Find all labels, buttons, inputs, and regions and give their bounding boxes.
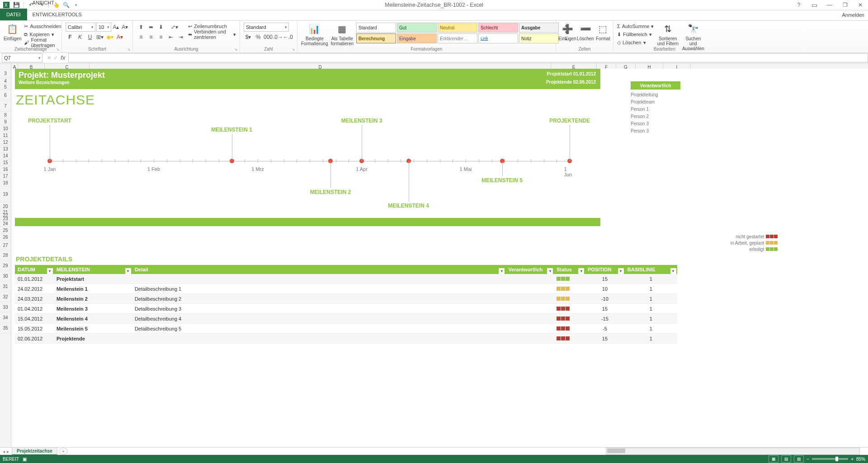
delete-cells-button[interactable]: ➖Löschen (578, 23, 593, 41)
currency-icon[interactable]: $▾ (244, 33, 253, 42)
table-header-cell[interactable]: BASISLINIE▾ (625, 267, 677, 272)
align-top-icon[interactable]: ⬆ (137, 23, 146, 32)
zoom-in-icon[interactable]: + (851, 457, 854, 462)
sort-filter-button[interactable]: ⇅Sortieren und Filtern (656, 23, 679, 46)
table-row[interactable]: 24.03.2012Meilenstein 2Detailbeschreibun… (15, 294, 677, 304)
row-header-5[interactable]: 5 (0, 84, 11, 90)
align-center-icon[interactable]: ≡ (146, 33, 156, 42)
font-name-dropdown[interactable]: Calibri (66, 23, 95, 32)
cut-button[interactable]: ✂Ausschneiden (24, 23, 61, 30)
row-header-28[interactable]: 28 (0, 250, 11, 260)
cell-style-schlecht[interactable]: Schlecht (478, 23, 518, 33)
fill-color-button[interactable]: ◉▾ (105, 33, 114, 42)
close-icon[interactable]: ✕ (854, 1, 866, 9)
row-header-34[interactable]: 34 (0, 312, 11, 323)
worksheet[interactable]: 3456789101112131415161718192021222324252… (0, 69, 868, 448)
autosum-button[interactable]: ΣAutoSumme▾ (617, 23, 654, 30)
row-header-17[interactable]: 17 (0, 173, 11, 180)
indent-inc-icon[interactable]: ⇥ (176, 33, 185, 42)
clear-button[interactable]: ◇Löschen▾ (617, 39, 654, 46)
filter-icon[interactable]: ▾ (618, 268, 624, 274)
bold-button[interactable]: F (66, 33, 75, 42)
alignment-launcher-icon[interactable]: ↘ (234, 47, 238, 52)
conditional-format-button[interactable]: 📊Bedingte Formatierung (301, 23, 328, 46)
row-header-12[interactable]: 12 (0, 139, 11, 146)
sign-in-link[interactable]: Anmelden (842, 12, 864, 18)
scrollbar-thumb[interactable] (607, 449, 625, 453)
table-row[interactable]: 02.06.2012Projektende151 (15, 334, 677, 344)
formula-input[interactable] (68, 53, 868, 62)
table-row[interactable]: 01.01.2012Projektstart151 (15, 274, 677, 284)
fill-button[interactable]: ⬇Füllbereich▾ (617, 31, 654, 38)
row-header-8[interactable]: 8 (0, 112, 11, 118)
help-icon[interactable]: ? (793, 1, 805, 9)
row-header-29[interactable]: 29 (0, 260, 11, 271)
view-break-icon[interactable]: ▧ (794, 455, 804, 463)
view-layout-icon[interactable]: ▤ (781, 455, 791, 463)
zoom-value[interactable]: 85% (856, 457, 865, 462)
row-header-9[interactable]: 9 (0, 118, 11, 125)
cell-style-std[interactable]: Standard (356, 23, 396, 33)
number-format-dropdown[interactable]: Standard (244, 23, 289, 32)
row-header-6[interactable]: 6 (0, 90, 11, 100)
tab-ansicht[interactable]: ANSICHT (27, 0, 87, 9)
row-header-35[interactable]: 35 (0, 323, 11, 333)
tab-nav-last-icon[interactable]: ▸ (7, 449, 9, 454)
cell-style-neutral[interactable]: Neutral (438, 23, 477, 33)
cell-style-ber[interactable]: Berechnung (356, 33, 396, 43)
percent-icon[interactable]: % (254, 33, 263, 42)
clipboard-launcher-icon[interactable]: ↘ (56, 47, 60, 52)
number-launcher-icon[interactable]: ↘ (292, 47, 295, 52)
row-header-27[interactable]: 27 (0, 241, 11, 250)
name-box[interactable]: Q7 (2, 53, 42, 62)
increase-font-icon[interactable]: A▴ (112, 23, 120, 32)
cell-style-erk[interactable]: Erklärender ... (438, 33, 477, 43)
orientation-icon[interactable]: ⤢▾ (170, 23, 179, 32)
sheet-canvas[interactable]: Projekt: Musterprojekt Weitere Bezeichnu… (11, 69, 868, 448)
file-tab[interactable]: DATEI (0, 9, 27, 20)
format-painter-button[interactable]: 🖌Format übertragen (24, 39, 61, 46)
view-normal-icon[interactable]: ▦ (769, 455, 778, 463)
row-header-4[interactable]: 4 (0, 78, 11, 84)
restore-icon[interactable]: ❐ (839, 1, 851, 9)
row-header-33[interactable]: 33 (0, 302, 11, 312)
italic-button[interactable]: K (75, 33, 85, 42)
save-icon[interactable]: 💾 (13, 1, 20, 9)
paste-button[interactable]: 📋 Einfügen (4, 23, 21, 41)
sheet-tab-active[interactable]: Projektzeitachse (12, 447, 57, 455)
row-header-7[interactable]: 7 (0, 100, 11, 112)
font-color-button[interactable]: A▾ (115, 33, 124, 42)
table-header-cell[interactable]: Detail▾ (132, 267, 506, 272)
row-header-31[interactable]: 31 (0, 281, 11, 292)
tab-entwicklertools[interactable]: ENTWICKLERTOOLS (27, 9, 87, 20)
row-header-26[interactable]: 26 (0, 234, 11, 241)
table-header-cell[interactable]: POSITION▾ (585, 267, 625, 272)
row-header-32[interactable]: 32 (0, 292, 11, 302)
macro-record-icon[interactable]: ▣ (23, 457, 27, 462)
filter-icon[interactable]: ▾ (670, 268, 676, 274)
row-header-24[interactable]: 24 (0, 220, 11, 227)
table-header-cell[interactable]: Status▾ (554, 267, 585, 272)
table-row[interactable]: 01.04.2012Meilenstein 3Detailbeschreibun… (15, 304, 677, 314)
row-header-11[interactable]: 11 (0, 132, 11, 139)
comma-icon[interactable]: 000 (264, 33, 273, 42)
row-header-3[interactable]: 3 (0, 69, 11, 78)
filter-icon[interactable]: ▾ (125, 268, 131, 274)
decrease-font-icon[interactable]: A▾ (121, 23, 129, 32)
cell-style-gut[interactable]: Gut (397, 23, 437, 33)
font-size-dropdown[interactable]: 10 (96, 23, 111, 32)
cell-style-notiz[interactable]: Notiz (519, 33, 559, 43)
table-row[interactable]: 15.04.2012Meilenstein 4Detailbeschreibun… (15, 314, 677, 324)
row-header-23[interactable]: 23 (0, 217, 11, 220)
cell-style-link[interactable]: Link (478, 33, 518, 43)
zoom-thumb[interactable] (835, 457, 838, 461)
ribbon-options-icon[interactable]: ▭ (808, 1, 820, 9)
table-header-cell[interactable]: MEILENSTEIN▾ (54, 267, 132, 272)
underline-button[interactable]: U (85, 33, 94, 42)
filter-icon[interactable]: ▾ (547, 268, 553, 274)
accept-formula-icon[interactable]: ✓ (53, 55, 58, 61)
cancel-formula-icon[interactable]: ✕ (47, 55, 52, 61)
tab-nav-first-icon[interactable]: ◂ (3, 449, 5, 454)
row-header-25[interactable]: 25 (0, 227, 11, 234)
insert-cells-button[interactable]: ➕Einfügen (560, 23, 575, 41)
